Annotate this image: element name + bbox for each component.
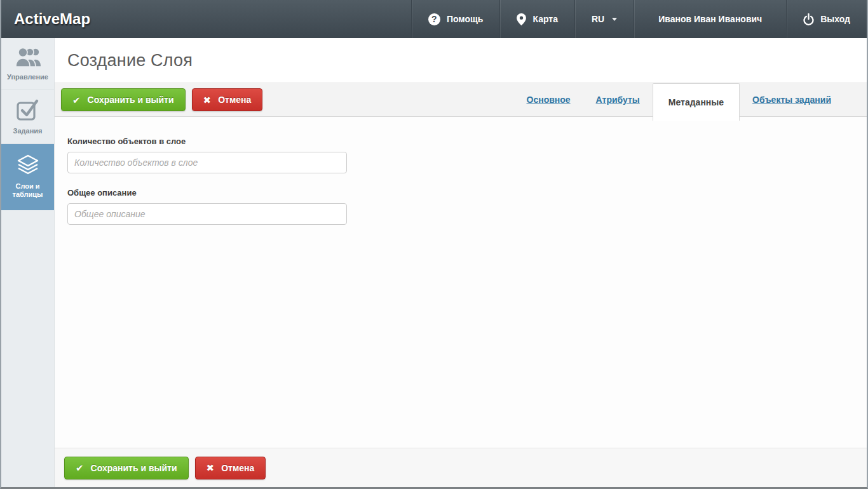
toolbar: ✔ Сохранить и выйти ✖ Отмена Основное Ат… xyxy=(55,83,867,117)
page-head: Создание Слоя xyxy=(55,38,867,83)
sidebar-item-tasks[interactable]: Задания xyxy=(1,90,54,144)
metadata-form: Количество объектов в слое Общее описани… xyxy=(55,117,867,448)
app-logo[interactable]: ActiveMap xyxy=(1,0,103,38)
check-icon: ✔ xyxy=(72,95,81,105)
cancel-button-bottom[interactable]: ✖ Отмена xyxy=(195,457,266,479)
cancel-label: Отмена xyxy=(218,95,251,105)
cancel-label: Отмена xyxy=(221,463,254,473)
app-window: ActiveMap ? Помощь Карта RU Иванов Иван … xyxy=(0,0,868,489)
save-button[interactable]: ✔ Сохранить и выйти xyxy=(61,88,186,111)
sidebar-item-label: Слои и таблицы xyxy=(4,182,51,200)
language-label: RU xyxy=(592,14,604,24)
tab-atributy[interactable]: Атрибуты xyxy=(583,95,653,105)
power-icon xyxy=(803,13,814,25)
page-title: Создание Слоя xyxy=(67,51,193,70)
help-label: Помощь xyxy=(447,14,484,24)
layers-icon xyxy=(15,154,41,177)
save-label: Сохранить и выйти xyxy=(91,463,177,473)
footer-toolbar: ✔ Сохранить и выйти ✖ Отмена xyxy=(55,448,867,487)
sidebar-item-label: Управление xyxy=(7,73,48,82)
language-dropdown[interactable]: RU xyxy=(574,0,634,38)
main-panel: Создание Слоя ✔ Сохранить и выйти ✖ Отме… xyxy=(55,38,867,487)
map-pin-icon xyxy=(517,13,526,25)
map-button[interactable]: Карта xyxy=(499,0,574,38)
description-label: Общее описание xyxy=(67,188,854,198)
sidebar-item-label: Задания xyxy=(13,127,43,136)
save-button-bottom[interactable]: ✔ Сохранить и выйти xyxy=(64,457,189,479)
cross-icon: ✖ xyxy=(207,463,215,472)
help-button[interactable]: ? Помощь xyxy=(411,0,500,38)
sidebar: Управление Задания xyxy=(1,38,55,487)
user-name: Иванов Иван Иванович xyxy=(634,0,786,38)
app-body: Управление Задания xyxy=(1,38,867,487)
logout-label: Выход xyxy=(820,14,850,24)
header-nav: ? Помощь Карта RU Иванов Иван Иванович xyxy=(411,0,867,38)
sidebar-item-layers[interactable]: Слои и таблицы xyxy=(1,144,54,211)
tasks-icon xyxy=(16,98,40,121)
save-label: Сохранить и выйти xyxy=(88,95,174,105)
tabs: Основное Атрибуты Метаданные Объекты зад… xyxy=(514,83,867,116)
sidebar-item-management[interactable]: Управление xyxy=(1,38,54,90)
map-label: Карта xyxy=(532,14,558,24)
app-header: ActiveMap ? Помощь Карта RU Иванов Иван … xyxy=(1,0,867,38)
users-icon xyxy=(13,46,43,67)
logout-button[interactable]: Выход xyxy=(786,0,867,38)
tab-osnovnoe[interactable]: Основное xyxy=(514,95,583,105)
form-group-object-count: Количество объектов в слое xyxy=(67,137,854,173)
form-group-description: Общее описание xyxy=(67,188,854,225)
tab-obekty-zadaniy[interactable]: Объекты заданий xyxy=(740,95,844,105)
object-count-label: Количество объектов в слое xyxy=(67,137,854,146)
caret-down-icon xyxy=(612,18,617,21)
help-icon: ? xyxy=(428,13,440,25)
cancel-button[interactable]: ✖ Отмена xyxy=(192,88,263,111)
description-input[interactable] xyxy=(67,203,347,225)
tab-metadannye[interactable]: Метаданные xyxy=(653,83,740,121)
cross-icon: ✖ xyxy=(203,95,212,105)
object-count-input[interactable] xyxy=(67,152,347,173)
check-icon: ✔ xyxy=(76,463,84,472)
